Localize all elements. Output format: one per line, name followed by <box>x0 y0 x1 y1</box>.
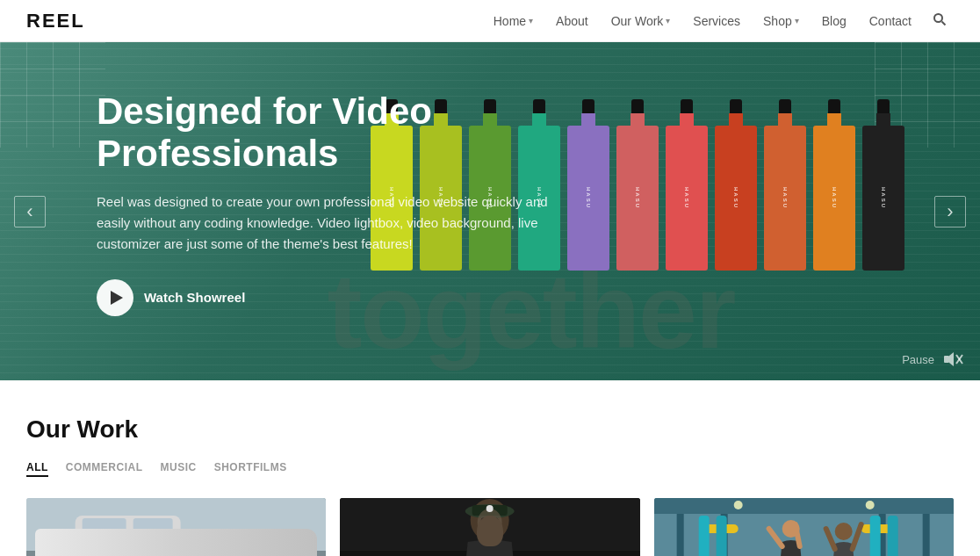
hero-title: Designed for Video Professionals <box>97 90 623 176</box>
nav-about[interactable]: About <box>547 9 597 33</box>
bottle-10: HASU <box>861 99 905 271</box>
svg-rect-27 <box>654 498 954 514</box>
svg-point-24 <box>494 518 499 524</box>
svg-point-22 <box>478 509 502 537</box>
section-title: Our Work <box>26 415 954 444</box>
nav-blog[interactable]: Blog <box>813 9 855 33</box>
portfolio-item-car[interactable] <box>26 498 326 556</box>
svg-point-12 <box>76 552 101 556</box>
svg-rect-37 <box>887 516 897 556</box>
hero-section: HASU HASU HASU HASU HASU HASU HASU <box>0 42 980 380</box>
portfolio-grid <box>26 498 954 556</box>
svg-line-1 <box>942 21 946 25</box>
hero-cta[interactable]: Watch Showreel <box>97 279 623 316</box>
filter-tab-shortfilms[interactable]: SHORTFILMS <box>214 461 287 477</box>
chevron-down-icon: ▾ <box>529 16 533 25</box>
svg-point-14 <box>182 552 206 556</box>
svg-rect-31 <box>922 514 929 556</box>
site-logo[interactable]: REEL <box>26 10 85 32</box>
nav-services[interactable]: Services <box>684 9 749 33</box>
hero-description: Reel was designed to create your own pro… <box>97 191 580 255</box>
hero-content: Designed for Video Professionals Reel wa… <box>97 90 623 316</box>
nav-shop[interactable]: Shop ▾ <box>754 9 808 33</box>
filter-tab-all[interactable]: ALL <box>26 461 48 477</box>
main-nav: Home ▾ About Our Work ▾ Services Shop ▾ … <box>485 7 954 35</box>
svg-rect-28 <box>676 514 683 556</box>
bottle-9: HASU <box>812 99 856 271</box>
svg-rect-10 <box>83 518 126 534</box>
cta-label: Watch Showreel <box>144 290 245 305</box>
bottle-8: HASU <box>763 99 807 271</box>
filter-tab-music[interactable]: MUSIC <box>161 461 197 477</box>
svg-rect-2 <box>944 356 949 363</box>
filter-tab-commercial[interactable]: COMMERCIAL <box>66 461 143 477</box>
svg-point-23 <box>481 518 486 524</box>
hero-prev-button[interactable]: ‹ <box>14 196 46 227</box>
svg-rect-34 <box>698 516 709 556</box>
chevron-down-icon: ▾ <box>795 16 799 25</box>
svg-point-45 <box>733 501 742 509</box>
portfolio-item-person[interactable] <box>340 498 639 556</box>
svg-point-25 <box>486 505 494 512</box>
filter-tabs: ALLCOMMERCIALMUSICSHORTFILMS <box>26 461 954 477</box>
nav-home[interactable]: Home ▾ <box>485 9 542 33</box>
bottle-7: HASU <box>714 99 758 271</box>
hero-next-button[interactable]: › <box>934 196 966 227</box>
svg-rect-8 <box>49 529 207 556</box>
nav-our-work[interactable]: Our Work ▾ <box>602 9 680 33</box>
pause-button[interactable]: Pause <box>902 353 934 366</box>
svg-rect-11 <box>133 518 173 534</box>
svg-point-0 <box>934 14 942 22</box>
hero-grid-left <box>0 42 105 148</box>
svg-rect-36 <box>869 516 880 556</box>
svg-rect-35 <box>716 516 726 556</box>
our-work-section: Our Work ALLCOMMERCIALMUSICSHORTFILMS <box>0 380 980 556</box>
portfolio-item-gym[interactable] <box>654 498 954 556</box>
site-header: REEL Home ▾ About Our Work ▾ Services Sh… <box>0 0 980 42</box>
mute-button[interactable] <box>941 350 966 368</box>
bottle-6: HASU <box>665 99 709 271</box>
hero-controls: Pause <box>902 350 966 368</box>
svg-point-39 <box>834 523 852 540</box>
chevron-down-icon: ▾ <box>666 16 670 25</box>
nav-contact[interactable]: Contact <box>861 9 920 33</box>
svg-point-46 <box>865 501 874 509</box>
search-button[interactable] <box>926 7 954 35</box>
svg-rect-6 <box>26 551 326 556</box>
svg-rect-16 <box>198 536 209 543</box>
play-button[interactable] <box>97 279 133 316</box>
